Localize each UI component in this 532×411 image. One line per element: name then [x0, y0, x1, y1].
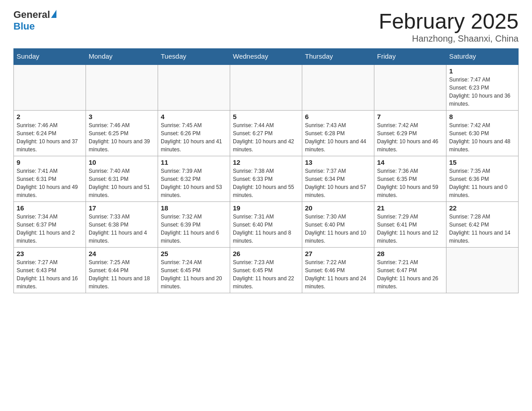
- day-number: 3: [89, 113, 155, 120]
- calendar-cell: 18Sunrise: 7:32 AM Sunset: 6:39 PM Dayli…: [158, 202, 230, 248]
- calendar-cell: 7Sunrise: 7:42 AM Sunset: 6:29 PM Daylig…: [374, 111, 446, 156]
- day-number: 27: [305, 250, 371, 257]
- day-info: Sunrise: 7:44 AM Sunset: 6:27 PM Dayligh…: [233, 121, 299, 154]
- calendar-table: SundayMondayTuesdayWednesdayThursdayFrid…: [13, 48, 519, 293]
- day-number: 10: [89, 158, 155, 166]
- calendar-cell: [230, 64, 302, 111]
- day-number: 28: [377, 250, 443, 257]
- day-of-week-header: Friday: [374, 49, 446, 64]
- day-number: 14: [377, 158, 443, 166]
- calendar-week-row: 23Sunrise: 7:27 AM Sunset: 6:43 PM Dayli…: [14, 248, 519, 293]
- day-info: Sunrise: 7:27 AM Sunset: 6:43 PM Dayligh…: [17, 258, 83, 291]
- day-of-week-header: Thursday: [302, 49, 374, 64]
- day-info: Sunrise: 7:47 AM Sunset: 6:23 PM Dayligh…: [449, 76, 515, 108]
- day-info: Sunrise: 7:22 AM Sunset: 6:46 PM Dayligh…: [305, 258, 371, 291]
- title-section: February 2025 Hanzhong, Shaanxi, China: [379, 9, 519, 44]
- calendar-cell: 20Sunrise: 7:30 AM Sunset: 6:40 PM Dayli…: [302, 202, 374, 248]
- day-info: Sunrise: 7:46 AM Sunset: 6:25 PM Dayligh…: [89, 121, 155, 154]
- calendar-cell: 28Sunrise: 7:21 AM Sunset: 6:47 PM Dayli…: [374, 248, 446, 293]
- day-info: Sunrise: 7:41 AM Sunset: 6:31 PM Dayligh…: [17, 167, 83, 199]
- day-info: Sunrise: 7:36 AM Sunset: 6:35 PM Dayligh…: [377, 167, 443, 199]
- calendar-cell: 17Sunrise: 7:33 AM Sunset: 6:38 PM Dayli…: [86, 202, 158, 248]
- day-of-week-header: Sunday: [14, 49, 86, 64]
- calendar-cell: [446, 248, 519, 293]
- calendar-cell: 4Sunrise: 7:45 AM Sunset: 6:26 PM Daylig…: [158, 111, 230, 156]
- calendar-cell: 21Sunrise: 7:29 AM Sunset: 6:41 PM Dayli…: [374, 202, 446, 248]
- day-number: 5: [233, 113, 299, 120]
- day-info: Sunrise: 7:39 AM Sunset: 6:32 PM Dayligh…: [161, 167, 227, 199]
- logo: General Blue: [13, 9, 56, 32]
- calendar-cell: 14Sunrise: 7:36 AM Sunset: 6:35 PM Dayli…: [374, 156, 446, 202]
- header-row: SundayMondayTuesdayWednesdayThursdayFrid…: [14, 49, 519, 64]
- day-info: Sunrise: 7:42 AM Sunset: 6:29 PM Dayligh…: [377, 121, 443, 154]
- calendar-cell: 1Sunrise: 7:47 AM Sunset: 6:23 PM Daylig…: [446, 64, 519, 111]
- day-number: 21: [377, 204, 443, 212]
- day-number: 8: [449, 113, 515, 120]
- logo-general: General: [13, 9, 56, 21]
- calendar-cell: 22Sunrise: 7:28 AM Sunset: 6:42 PM Dayli…: [446, 202, 519, 248]
- day-number: 15: [449, 158, 515, 166]
- day-number: 19: [233, 204, 299, 212]
- day-number: 7: [377, 113, 443, 120]
- day-info: Sunrise: 7:42 AM Sunset: 6:30 PM Dayligh…: [449, 121, 515, 154]
- day-of-week-header: Monday: [86, 49, 158, 64]
- day-info: Sunrise: 7:30 AM Sunset: 6:40 PM Dayligh…: [305, 213, 371, 245]
- logo-general-text: General: [13, 9, 50, 21]
- page-header: General Blue February 2025 Hanzhong, Sha…: [13, 9, 519, 44]
- calendar-cell: 12Sunrise: 7:38 AM Sunset: 6:33 PM Dayli…: [230, 156, 302, 202]
- calendar-cell: 24Sunrise: 7:25 AM Sunset: 6:44 PM Dayli…: [86, 248, 158, 293]
- day-number: 11: [161, 158, 227, 166]
- day-info: Sunrise: 7:35 AM Sunset: 6:36 PM Dayligh…: [449, 167, 515, 199]
- calendar-cell: 2Sunrise: 7:46 AM Sunset: 6:24 PM Daylig…: [14, 111, 86, 156]
- day-of-week-header: Saturday: [446, 49, 519, 64]
- day-number: 13: [305, 158, 371, 166]
- calendar-cell: 16Sunrise: 7:34 AM Sunset: 6:37 PM Dayli…: [14, 202, 86, 248]
- calendar-cell: 13Sunrise: 7:37 AM Sunset: 6:34 PM Dayli…: [302, 156, 374, 202]
- calendar-cell: 6Sunrise: 7:43 AM Sunset: 6:28 PM Daylig…: [302, 111, 374, 156]
- calendar-cell: [158, 64, 230, 111]
- calendar-week-row: 9Sunrise: 7:41 AM Sunset: 6:31 PM Daylig…: [14, 156, 519, 202]
- calendar-cell: 26Sunrise: 7:23 AM Sunset: 6:45 PM Dayli…: [230, 248, 302, 293]
- day-number: 12: [233, 158, 299, 166]
- day-info: Sunrise: 7:31 AM Sunset: 6:40 PM Dayligh…: [233, 213, 299, 245]
- day-number: 17: [89, 204, 155, 212]
- calendar-week-row: 16Sunrise: 7:34 AM Sunset: 6:37 PM Dayli…: [14, 202, 519, 248]
- day-number: 23: [17, 250, 83, 257]
- calendar-cell: 25Sunrise: 7:24 AM Sunset: 6:45 PM Dayli…: [158, 248, 230, 293]
- day-of-week-header: Wednesday: [230, 49, 302, 64]
- month-title: February 2025: [379, 9, 519, 34]
- day-number: 26: [233, 250, 299, 257]
- location: Hanzhong, Shaanxi, China: [379, 34, 519, 44]
- day-info: Sunrise: 7:43 AM Sunset: 6:28 PM Dayligh…: [305, 121, 371, 154]
- day-info: Sunrise: 7:23 AM Sunset: 6:45 PM Dayligh…: [233, 258, 299, 291]
- calendar-cell: 19Sunrise: 7:31 AM Sunset: 6:40 PM Dayli…: [230, 202, 302, 248]
- day-info: Sunrise: 7:25 AM Sunset: 6:44 PM Dayligh…: [89, 258, 155, 291]
- day-number: 22: [449, 204, 515, 212]
- calendar-week-row: 1Sunrise: 7:47 AM Sunset: 6:23 PM Daylig…: [14, 64, 519, 111]
- calendar-cell: [374, 64, 446, 111]
- day-info: Sunrise: 7:40 AM Sunset: 6:31 PM Dayligh…: [89, 167, 155, 199]
- logo-blue-text: Blue: [13, 21, 35, 32]
- day-info: Sunrise: 7:29 AM Sunset: 6:41 PM Dayligh…: [377, 213, 443, 245]
- day-info: Sunrise: 7:32 AM Sunset: 6:39 PM Dayligh…: [161, 213, 227, 245]
- day-info: Sunrise: 7:37 AM Sunset: 6:34 PM Dayligh…: [305, 167, 371, 199]
- calendar-body: 1Sunrise: 7:47 AM Sunset: 6:23 PM Daylig…: [14, 64, 519, 293]
- day-number: 2: [17, 113, 83, 120]
- calendar-cell: 27Sunrise: 7:22 AM Sunset: 6:46 PM Dayli…: [302, 248, 374, 293]
- day-info: Sunrise: 7:45 AM Sunset: 6:26 PM Dayligh…: [161, 121, 227, 154]
- day-number: 9: [17, 158, 83, 166]
- logo-triangle-icon: [51, 10, 56, 18]
- calendar-cell: 3Sunrise: 7:46 AM Sunset: 6:25 PM Daylig…: [86, 111, 158, 156]
- calendar-cell: [86, 64, 158, 111]
- calendar-cell: [302, 64, 374, 111]
- calendar-week-row: 2Sunrise: 7:46 AM Sunset: 6:24 PM Daylig…: [14, 111, 519, 156]
- calendar-header: SundayMondayTuesdayWednesdayThursdayFrid…: [14, 49, 519, 64]
- calendar-cell: [14, 64, 86, 111]
- day-info: Sunrise: 7:24 AM Sunset: 6:45 PM Dayligh…: [161, 258, 227, 291]
- day-info: Sunrise: 7:33 AM Sunset: 6:38 PM Dayligh…: [89, 213, 155, 245]
- day-number: 6: [305, 113, 371, 120]
- calendar-cell: 15Sunrise: 7:35 AM Sunset: 6:36 PM Dayli…: [446, 156, 519, 202]
- day-number: 16: [17, 204, 83, 212]
- day-info: Sunrise: 7:28 AM Sunset: 6:42 PM Dayligh…: [449, 213, 515, 245]
- day-info: Sunrise: 7:46 AM Sunset: 6:24 PM Dayligh…: [17, 121, 83, 154]
